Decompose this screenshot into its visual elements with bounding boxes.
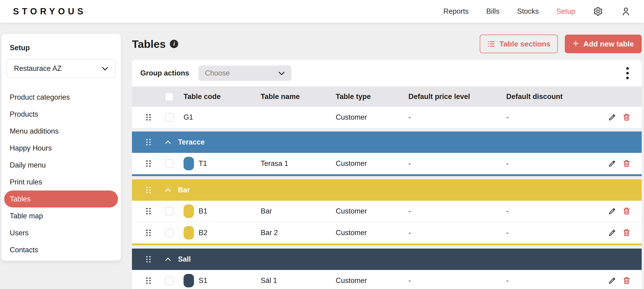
section-header-bar: Bar bbox=[132, 179, 642, 201]
row-checkbox[interactable] bbox=[165, 159, 174, 168]
list-icon bbox=[487, 40, 495, 48]
select-all-checkbox[interactable] bbox=[165, 92, 174, 101]
drag-handle-icon[interactable] bbox=[146, 138, 152, 146]
plus-icon: + bbox=[573, 38, 579, 48]
setup-sidebar: Setup Restaurace AZ Product categories P… bbox=[2, 34, 121, 261]
table-row-g1: G1 Customer - - bbox=[132, 107, 642, 128]
info-icon[interactable]: i bbox=[170, 40, 178, 48]
sidebar-item-daily-menu[interactable]: Daily menu bbox=[2, 156, 121, 174]
sidebar-item-products[interactable]: Products bbox=[2, 106, 121, 123]
default-discount: - bbox=[506, 207, 604, 215]
section-header-teracce: Teracce bbox=[132, 132, 642, 153]
delete-button[interactable] bbox=[619, 156, 634, 171]
collapse-section-icon[interactable] bbox=[165, 258, 178, 261]
table-color-swatch bbox=[184, 226, 194, 240]
sidebar-item-tables[interactable]: Tables bbox=[4, 190, 118, 208]
section-header-sall: Sall bbox=[132, 248, 642, 270]
more-options-icon[interactable] bbox=[622, 66, 633, 80]
nav-reports[interactable]: Reports bbox=[444, 7, 469, 16]
drag-handle-icon[interactable] bbox=[146, 207, 152, 215]
column-table-type: Table type bbox=[336, 92, 408, 101]
table-row-s1: S1 Sál 1 Customer - - bbox=[132, 270, 642, 289]
section-name: Sall bbox=[178, 255, 191, 264]
edit-button[interactable] bbox=[605, 204, 619, 218]
default-price-level: - bbox=[408, 207, 506, 215]
table-code: B1 bbox=[199, 207, 208, 215]
storyous-logo: STORYOUS bbox=[13, 6, 86, 16]
edit-button[interactable] bbox=[605, 110, 619, 124]
row-checkbox[interactable] bbox=[165, 207, 174, 216]
table-name: Bar bbox=[261, 207, 336, 215]
column-default-discount: Default discount bbox=[506, 92, 604, 101]
drag-handle-icon[interactable] bbox=[146, 255, 152, 263]
chevron-down-icon bbox=[278, 69, 285, 77]
delete-button[interactable] bbox=[619, 274, 634, 288]
collapse-section-icon[interactable] bbox=[165, 188, 178, 192]
default-price-level: - bbox=[408, 228, 506, 237]
row-checkbox[interactable] bbox=[165, 113, 174, 122]
table-type: Customer bbox=[336, 228, 408, 237]
default-discount: - bbox=[506, 276, 604, 285]
row-checkbox[interactable] bbox=[165, 276, 174, 285]
edit-button[interactable] bbox=[605, 274, 619, 288]
sidebar-item-table-map[interactable]: Table map bbox=[2, 208, 121, 224]
group-actions-row: Group actions Choose bbox=[132, 60, 642, 86]
delete-button[interactable] bbox=[619, 110, 634, 124]
page-title: Tables bbox=[132, 38, 166, 50]
table-type: Customer bbox=[336, 276, 408, 285]
sidebar-item-print-rules[interactable]: Print rules bbox=[2, 174, 121, 190]
row-checkbox[interactable] bbox=[165, 228, 174, 237]
group-actions-select-value: Choose bbox=[205, 69, 230, 77]
default-discount: - bbox=[506, 228, 604, 237]
table-sections-button[interactable]: Table sections bbox=[480, 34, 558, 53]
sidebar-item-happy-hours[interactable]: Happy Hours bbox=[2, 140, 121, 156]
sidebar-heading: Setup bbox=[10, 44, 112, 52]
group-actions-label: Group actions bbox=[140, 69, 189, 77]
table-color-swatch bbox=[184, 204, 194, 218]
sidebar-item-product-categories[interactable]: Product categories bbox=[2, 89, 121, 106]
tables-card: Group actions Choose Table code Table na… bbox=[132, 60, 642, 289]
delete-button[interactable] bbox=[619, 226, 634, 240]
sidebar-item-users[interactable]: Users bbox=[2, 224, 121, 242]
section-footer-bar bbox=[132, 174, 642, 176]
table-type: Customer bbox=[336, 113, 408, 122]
section-name: Bar bbox=[178, 186, 190, 194]
drag-handle-icon[interactable] bbox=[146, 113, 152, 121]
delete-button[interactable] bbox=[619, 204, 634, 218]
drag-handle-icon[interactable] bbox=[146, 277, 152, 284]
group-actions-select[interactable]: Choose bbox=[198, 66, 291, 81]
default-price-level: - bbox=[408, 159, 506, 168]
page-header: Tables i Table sections + Add new table bbox=[132, 34, 642, 54]
drag-handle-icon[interactable] bbox=[146, 160, 152, 168]
default-price-level: - bbox=[408, 276, 506, 285]
nav-stocks[interactable]: Stocks bbox=[517, 7, 539, 16]
column-table-code: Table code bbox=[184, 92, 261, 101]
table-type: Customer bbox=[336, 207, 408, 215]
collapse-section-icon[interactable] bbox=[165, 140, 178, 144]
sidebar-item-menu-additions[interactable]: Menu additions bbox=[2, 123, 121, 140]
gear-icon[interactable] bbox=[593, 6, 603, 16]
sidebar-item-contacts[interactable]: Contacts bbox=[2, 242, 121, 258]
default-price-level: - bbox=[408, 113, 506, 122]
column-default-price-level: Default price level bbox=[408, 92, 506, 101]
table-code: T1 bbox=[199, 159, 207, 168]
table-row-b1: B1 Bar Customer - - bbox=[132, 201, 642, 222]
edit-button[interactable] bbox=[605, 226, 619, 240]
chevron-down-icon bbox=[102, 64, 108, 73]
person-icon[interactable] bbox=[621, 6, 631, 16]
nav-bills[interactable]: Bills bbox=[486, 7, 500, 16]
edit-button[interactable] bbox=[605, 156, 619, 171]
nav-setup[interactable]: Setup bbox=[556, 7, 575, 16]
table-type: Customer bbox=[336, 159, 408, 168]
table-code: B2 bbox=[199, 228, 208, 237]
drag-handle-icon[interactable] bbox=[146, 186, 152, 194]
top-navigation: STORYOUS Reports Bills Stocks Setup bbox=[0, 0, 644, 23]
add-new-table-button[interactable]: + Add new table bbox=[565, 34, 642, 53]
drag-handle-icon[interactable] bbox=[146, 229, 152, 237]
venue-select[interactable]: Restaurace AZ bbox=[6, 59, 116, 78]
table-row-t1: T1 Terasa 1 Customer - - bbox=[132, 153, 642, 174]
table-row-b2: B2 Bar 2 Customer - - bbox=[132, 222, 642, 244]
table-color-swatch bbox=[184, 274, 194, 287]
table-name: Terasa 1 bbox=[261, 159, 336, 168]
add-new-table-label: Add new table bbox=[583, 40, 634, 48]
